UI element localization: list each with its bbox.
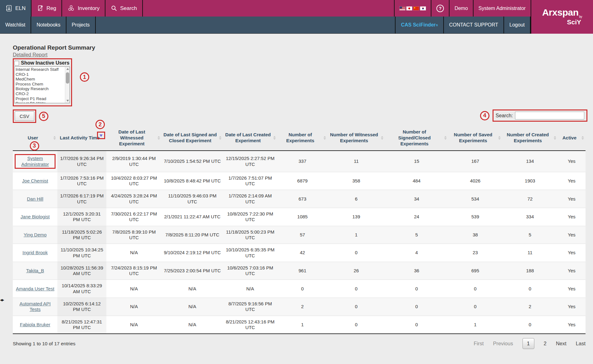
pagination-page-1[interactable]: 1 (523, 338, 534, 349)
user-link[interactable]: Automated API Tests (19, 301, 51, 312)
cas-scifinder-link[interactable]: CAS SciFindern (395, 17, 443, 33)
group-listbox[interactable]: Internal Research StaffCRO-1MedChemProce… (14, 66, 70, 103)
column-header-date-of-last-witnessed-experiment[interactable]: Date of Last Witnessed Experiment (106, 125, 162, 151)
column-header-label: Number of Created Experiments (507, 132, 549, 143)
nav-tab-inventory[interactable]: Inventory (62, 0, 105, 17)
nav-tab-eln[interactable]: ELN (0, 0, 32, 17)
table-row: Ingrid Brook11/10/2025 10:34:25 PM UTCN/… (13, 244, 586, 262)
jp-flag-icon[interactable] (406, 7, 412, 10)
demo-menu-item[interactable]: Demo (449, 0, 473, 17)
table-cell: 10/8/2025 8:48:42 PM UTC (162, 172, 223, 190)
list-item[interactable]: CRO-1 (16, 72, 64, 77)
sort-up-arrow (219, 136, 221, 138)
scroll-up-icon[interactable] (65, 67, 70, 71)
table-cell: 9/10/2024 2:19:12 PM UTC (162, 244, 223, 262)
list-item[interactable]: Biology Research (16, 86, 64, 91)
user-link[interactable]: Ingrid Brook (22, 250, 48, 255)
cas-scifinder-label: CAS SciFinder (401, 22, 435, 28)
table-cell: 334 (502, 208, 558, 226)
sort-descending-icon[interactable] (100, 134, 103, 137)
sort-icon[interactable] (53, 136, 56, 140)
table-cell: 7/30/2021 6:22:17 PM UTC (106, 208, 162, 226)
column-header-number-of-witnessed-experiments[interactable]: Number of Witnessed Experiments (328, 125, 385, 151)
table-cell: 5 (385, 226, 448, 244)
table-cell: 1 (328, 226, 385, 244)
us-flag-icon[interactable] (400, 7, 405, 10)
list-item[interactable]: Process Chem (16, 82, 64, 87)
user-link[interactable]: Dan Hill (27, 196, 43, 201)
table-cell: Yes (558, 280, 586, 298)
table-cell: N/A (106, 244, 162, 262)
list-item[interactable]: CRO-2 (16, 91, 64, 96)
column-header-number-of-experiments[interactable]: Number of Experiments (277, 125, 328, 151)
subnav-item-notebooks[interactable]: Notebooks (31, 17, 66, 33)
column-header-date-of-last-signed-and-closed-experiment[interactable]: Date of Last Signed and Closed Experimen… (162, 125, 223, 151)
sort-icon[interactable] (554, 136, 556, 140)
sort-up-arrow (498, 136, 501, 138)
table-cell: 72 (502, 190, 558, 208)
cn-flag-icon[interactable] (413, 7, 419, 10)
user-link[interactable]: Joe Chemist (22, 178, 48, 183)
sort-icon[interactable] (581, 136, 584, 140)
sort-icon[interactable] (381, 136, 383, 140)
table-search-input[interactable] (515, 112, 584, 119)
column-header-label: Number of Signed/Closed Experiments (398, 129, 430, 146)
column-header-number-of-signed-closed-experiments[interactable]: Number of Signed/Closed Experiments (385, 125, 448, 151)
nav-tab-label: Inventory (78, 5, 100, 12)
nav-tab-search[interactable]: Search (105, 0, 143, 17)
user-link[interactable]: Ying Demo (24, 232, 47, 237)
user-link[interactable]: System Administrator (21, 156, 49, 167)
nav-tab-reg[interactable]: Reg (32, 0, 62, 17)
column-header-active[interactable]: Active (558, 125, 586, 151)
pagination-previous[interactable]: Previous (493, 341, 513, 347)
column-header-number-of-saved-experiments[interactable]: Number of Saved Experiments (448, 125, 502, 151)
sort-icon[interactable] (498, 136, 501, 140)
user-cell: Ying Demo (13, 226, 57, 244)
group-list-items: Internal Research StaffCRO-1MedChemProce… (16, 67, 64, 103)
panel-collapse-handle[interactable]: ◀▶ (0, 298, 3, 302)
column-header-number-of-created-experiments[interactable]: Number of Created Experiments (502, 125, 558, 151)
listbox-scrollbar[interactable] (65, 67, 70, 103)
subnav-item-projects[interactable]: Projects (66, 17, 96, 33)
table-header-row: UserLast Activity Time2Date of Last Witn… (13, 125, 586, 151)
pagination-first[interactable]: First (474, 341, 484, 347)
column-header-label: Active (562, 135, 576, 140)
user-link[interactable]: Fabiola Bruker (20, 322, 51, 327)
subnav-item-watchlist[interactable]: Watchlist (0, 17, 31, 33)
detailed-report-link[interactable]: Detailed Report (13, 52, 47, 58)
sort-icon[interactable] (323, 136, 326, 140)
scroll-down-icon[interactable] (65, 99, 70, 103)
sort-icon[interactable] (158, 136, 160, 140)
user-link[interactable]: Takita_B (26, 268, 44, 273)
user-link[interactable]: Jane Biologist (21, 214, 50, 219)
sort-icon[interactable] (219, 136, 221, 140)
list-item[interactable]: MedChem (16, 77, 64, 82)
sort-icon[interactable] (273, 136, 276, 140)
help-menu-item[interactable]: ? (431, 0, 449, 17)
logout-link[interactable]: Logout (503, 17, 531, 33)
list-item[interactable]: Internal Research Staff (16, 67, 64, 72)
help-icon[interactable]: ? (436, 5, 444, 12)
table-cell: 2 (277, 298, 328, 316)
show-inactive-checkbox[interactable] (14, 61, 19, 66)
table-cell: 12/1/2025 3:20:31 PM UTC (57, 208, 106, 226)
pagination-last[interactable]: Last (576, 341, 586, 347)
contact-support-link[interactable]: CONTACT SUPPORT (443, 17, 503, 33)
current-user-menu[interactable]: System Administrator (473, 0, 531, 17)
list-item[interactable]: Project P1 Write (16, 101, 64, 103)
pagination-page-2[interactable]: 2 (544, 341, 547, 347)
arxspan-logo: Arxspanby SciY (531, 0, 593, 34)
csv-export-button[interactable]: CSV (15, 111, 34, 121)
scrollbar-thumb[interactable] (66, 72, 69, 84)
user-link[interactable]: Amanda User Test (16, 286, 54, 291)
sort-icon[interactable] (444, 136, 447, 140)
table-row: Amanda User Test10/14/2025 8:33:29 AM UT… (13, 280, 586, 298)
table-cell: Yes (558, 244, 586, 262)
pagination-next[interactable]: Next (556, 341, 566, 347)
nav-tab-label: Search (120, 5, 137, 12)
kr-flag-icon[interactable] (420, 7, 426, 10)
column-header-date-of-last-created-experiment[interactable]: Date of Last Created Experiment (223, 125, 277, 151)
column-header-last-activity-time[interactable]: Last Activity Time2 (57, 125, 106, 151)
list-item[interactable]: Project P1 Read (16, 96, 64, 101)
table-cell: 1/7/2026 2:14:09 AM UTC (223, 190, 277, 208)
